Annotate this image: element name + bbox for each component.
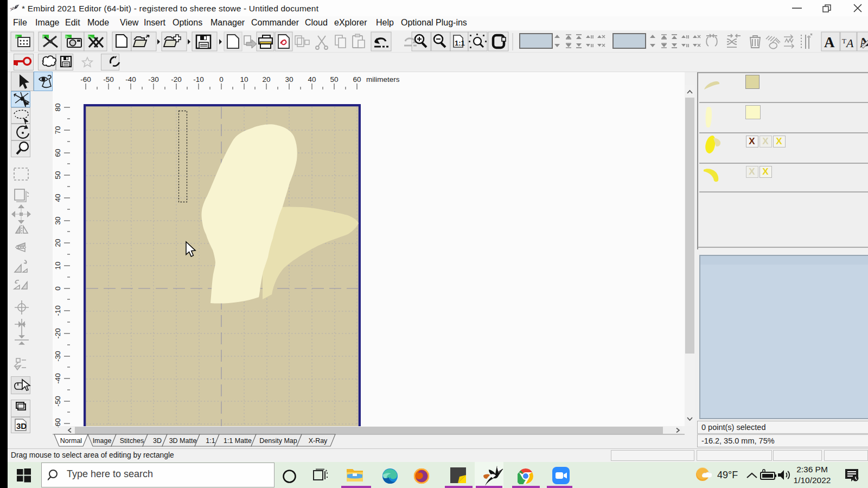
svg-text:Image: Image xyxy=(93,437,112,445)
svg-text:10: 10 xyxy=(240,75,248,84)
svg-text:3D Matte: 3D Matte xyxy=(169,437,197,445)
svg-text:X: X xyxy=(776,136,782,146)
svg-text:-30: -30 xyxy=(54,351,62,362)
svg-text:-60: -60 xyxy=(54,418,62,427)
svg-text:3D: 3D xyxy=(153,437,162,445)
svg-text:-50: -50 xyxy=(54,396,62,407)
svg-text:1:1: 1:1 xyxy=(206,437,215,445)
svg-text:20: 20 xyxy=(262,75,270,84)
svg-text:-50: -50 xyxy=(103,75,114,84)
svg-text:70: 70 xyxy=(54,126,62,134)
svg-text:X: X xyxy=(749,136,755,146)
svg-text:10: 10 xyxy=(54,261,62,269)
svg-text:-40: -40 xyxy=(125,75,136,84)
svg-text:X: X xyxy=(749,166,755,177)
svg-text:40: 40 xyxy=(308,75,316,84)
svg-text:milimeters: milimeters xyxy=(366,75,400,84)
svg-text:Stitches: Stitches xyxy=(120,437,144,445)
svg-text:20: 20 xyxy=(54,239,62,247)
svg-text:-30: -30 xyxy=(148,75,159,84)
svg-text:Normal: Normal xyxy=(60,437,82,445)
svg-text:1:1: 1:1 xyxy=(455,39,465,47)
svg-text:0: 0 xyxy=(54,286,62,291)
svg-text:-10: -10 xyxy=(54,305,62,316)
svg-text:X: X xyxy=(762,166,769,177)
svg-text:-10: -10 xyxy=(193,75,204,84)
svg-text:30: 30 xyxy=(285,75,293,84)
svg-text:1:1 Matte: 1:1 Matte xyxy=(224,437,252,445)
svg-text:A: A xyxy=(845,36,854,50)
svg-text:A: A xyxy=(824,34,835,50)
svg-text:60: 60 xyxy=(54,149,62,157)
svg-text:50: 50 xyxy=(330,75,338,84)
svg-text:30: 30 xyxy=(54,216,62,224)
svg-text:-20: -20 xyxy=(171,75,182,84)
svg-text:50: 50 xyxy=(54,171,62,179)
svg-text:X: X xyxy=(762,136,769,146)
svg-text:Density Map: Density Map xyxy=(259,437,297,445)
svg-text:-60: -60 xyxy=(80,75,91,84)
svg-text:T: T xyxy=(842,37,846,45)
svg-text:-20: -20 xyxy=(54,328,62,339)
svg-text:3D: 3D xyxy=(16,421,27,431)
svg-text:40: 40 xyxy=(54,194,62,202)
svg-text:80: 80 xyxy=(54,103,62,111)
svg-text:0: 0 xyxy=(219,75,224,84)
svg-text:60: 60 xyxy=(353,75,361,84)
svg-text:X-Ray: X-Ray xyxy=(309,437,328,445)
svg-text:-40: -40 xyxy=(54,373,62,384)
